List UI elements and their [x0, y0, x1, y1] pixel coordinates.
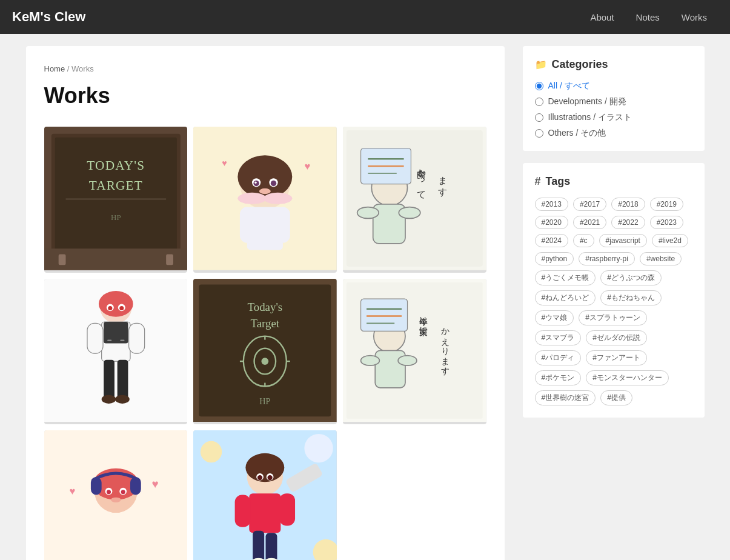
gallery-item[interactable]: ♥ ♥	[193, 127, 337, 273]
categories-header: 📁 Categories	[535, 58, 692, 71]
tag-item[interactable]: #2022	[611, 216, 645, 229]
svg-point-72	[398, 355, 417, 365]
tag-item[interactable]: #2020	[535, 216, 568, 229]
svg-text:♥: ♥	[151, 478, 158, 490]
tag-item[interactable]: #スプラトゥーン	[579, 310, 647, 325]
svg-point-88	[111, 498, 121, 502]
tag-item[interactable]: #ねんどろいど	[535, 290, 596, 305]
tag-item[interactable]: #パロディ	[535, 350, 582, 365]
svg-text:かえります: かえります	[440, 322, 450, 376]
tag-item[interactable]: #ポケモン	[535, 370, 582, 385]
category-radio-others[interactable]	[535, 129, 543, 138]
tag-item[interactable]: #2024	[535, 234, 568, 247]
svg-point-30	[357, 207, 379, 219]
svg-rect-8	[58, 255, 65, 265]
tag-item[interactable]: #javascript	[599, 234, 647, 247]
svg-text:Target: Target	[251, 317, 280, 330]
svg-rect-105	[266, 533, 277, 560]
svg-point-71	[360, 355, 379, 365]
tag-item[interactable]: #live2d	[652, 234, 688, 247]
tags-section: # Tags #2013#2017#2018#2019#2020#2021#20…	[523, 163, 705, 418]
svg-point-16	[271, 181, 276, 186]
nav-item-notes[interactable]: Notes	[625, 1, 671, 33]
svg-rect-20	[240, 207, 254, 243]
categories-label: Categories	[552, 58, 608, 71]
gallery-item[interactable]	[44, 279, 188, 425]
svg-text:TARGET: TARGET	[88, 178, 142, 193]
tag-item[interactable]: #モンスターハンター	[586, 370, 669, 385]
svg-point-43	[108, 306, 112, 310]
gallery-item[interactable]: 今向かって ます	[343, 127, 486, 273]
svg-point-86	[106, 490, 110, 495]
svg-text:♥: ♥	[69, 486, 75, 498]
category-radio-all[interactable]	[535, 82, 543, 90]
nav-item-about[interactable]: About	[579, 1, 625, 33]
svg-point-100	[268, 475, 273, 480]
gallery-item[interactable]: ♥ ♥	[44, 430, 188, 560]
breadcrumb-current: Works	[71, 64, 94, 73]
svg-rect-75	[360, 299, 407, 331]
tag-item[interactable]: #どうぶつの森	[600, 270, 662, 285]
nav-item-works[interactable]: Works	[671, 1, 718, 33]
gallery-item[interactable]	[193, 430, 337, 560]
category-item-others[interactable]: Others / その他	[535, 128, 692, 139]
category-label-illust[interactable]: Illustrations / イラスト	[548, 112, 632, 123]
tag-item[interactable]: #ファンアート	[586, 350, 647, 365]
svg-rect-104	[253, 531, 264, 560]
tag-item[interactable]: #2019	[650, 198, 683, 211]
svg-rect-46	[104, 322, 128, 343]
content-area: Home / Works Works TODAY'S TARGET HP	[26, 46, 505, 560]
tags-header: # Tags	[535, 175, 692, 188]
svg-text:Today's: Today's	[248, 301, 283, 313]
tag-item[interactable]: #2023	[650, 216, 683, 229]
category-radio-illust[interactable]	[535, 113, 543, 122]
svg-point-23	[264, 193, 292, 204]
breadcrumb-separator: /	[67, 64, 71, 73]
tag-item[interactable]: #2018	[611, 198, 645, 211]
tag-item[interactable]: #c	[573, 234, 594, 247]
tag-item[interactable]: #python	[535, 252, 574, 265]
svg-text:♥: ♥	[222, 158, 227, 168]
main-nav: AboutNotesWorks	[579, 1, 718, 33]
svg-rect-102	[235, 495, 251, 527]
svg-point-52	[115, 395, 130, 403]
tag-item[interactable]: #うごくメモ帳	[535, 270, 596, 285]
category-item-all[interactable]: All / すべて	[535, 81, 692, 92]
svg-point-51	[101, 395, 116, 403]
svg-rect-50	[117, 359, 128, 399]
gallery-item[interactable]: Today's Target HP	[193, 279, 337, 425]
category-label-all[interactable]: All / すべて	[548, 81, 590, 92]
tag-item[interactable]: #website	[640, 252, 682, 265]
hash-icon: #	[535, 175, 541, 188]
tag-item[interactable]: #ウマ娘	[535, 310, 574, 325]
tag-item[interactable]: #2021	[573, 216, 606, 229]
tag-item[interactable]: #スマブラ	[535, 330, 582, 345]
category-label-dev[interactable]: Developments / 開発	[548, 96, 626, 107]
tag-item[interactable]: #ゼルダの伝説	[586, 330, 647, 345]
tag-item[interactable]: #2013	[535, 198, 568, 211]
svg-point-40	[98, 291, 133, 317]
tag-item[interactable]: #世界樹の迷宮	[535, 390, 596, 405]
site-title: KeM's Clew	[12, 9, 85, 25]
category-item-dev[interactable]: Developments / 開発	[535, 96, 692, 107]
category-item-illust[interactable]: Illustrations / イラスト	[535, 112, 692, 123]
svg-rect-21	[276, 207, 290, 243]
category-radio-dev[interactable]	[535, 98, 543, 106]
svg-rect-54	[120, 339, 124, 341]
svg-rect-47	[87, 323, 102, 353]
tag-item[interactable]: #2017	[573, 198, 606, 211]
svg-rect-9	[166, 255, 173, 265]
gallery-item[interactable]: 今年は実家に かえります	[343, 279, 486, 425]
sidebar: 📁 Categories All / すべてDevelopments / 開発I…	[523, 46, 705, 560]
svg-point-31	[399, 207, 420, 219]
gallery-item[interactable]: TODAY'S TARGET HP	[44, 127, 188, 273]
breadcrumb: Home / Works	[44, 64, 486, 73]
tags-label: Tags	[546, 175, 571, 188]
breadcrumb-home[interactable]: Home	[44, 64, 65, 73]
tag-item[interactable]: #提供	[600, 390, 632, 405]
site-header: KeM's Clew AboutNotesWorks	[0, 0, 730, 34]
page-title: Works	[44, 83, 486, 108]
tag-item[interactable]: #もだねちゃん	[600, 290, 662, 305]
tag-item[interactable]: #raspberry-pi	[579, 252, 635, 265]
category-label-others[interactable]: Others / その他	[548, 128, 606, 139]
